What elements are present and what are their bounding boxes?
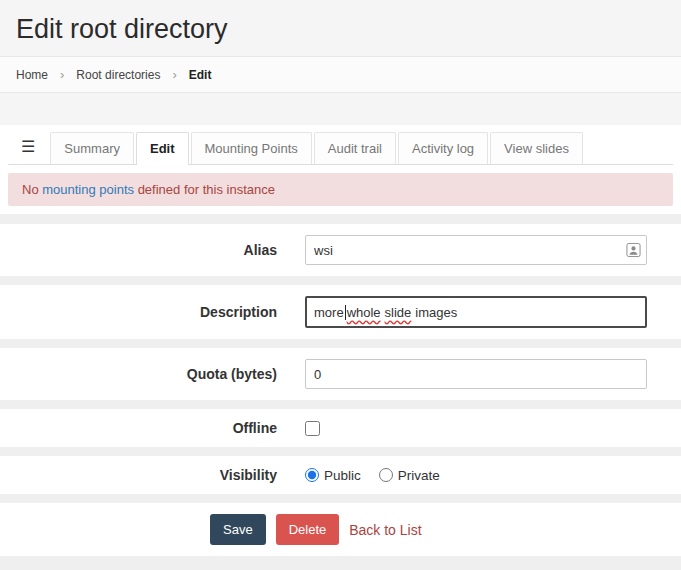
page-header: Edit root directory — [0, 0, 681, 56]
visibility-radio-group: Public Private — [305, 468, 440, 483]
visibility-option-private[interactable]: Private — [379, 468, 440, 483]
breadcrumb-edit: Edit — [189, 68, 212, 82]
save-button[interactable]: Save — [210, 514, 266, 545]
tab-edit[interactable]: Edit — [136, 132, 189, 165]
description-text: more — [314, 305, 344, 320]
breadcrumb: Home › Root directories › Edit — [0, 56, 681, 93]
main-content: ☰ Summary Edit Mounting Points Audit tra… — [0, 125, 681, 570]
alert-text-prefix: No — [22, 182, 42, 197]
visibility-row: Visibility Public Private — [0, 456, 681, 494]
private-radio[interactable] — [379, 468, 393, 482]
edit-form: Alias Description more whole slide — [0, 214, 681, 570]
alias-input[interactable] — [305, 235, 647, 265]
tab-summary[interactable]: Summary — [50, 132, 134, 164]
visibility-option-public[interactable]: Public — [305, 468, 361, 483]
delete-button[interactable]: Delete — [276, 514, 340, 545]
chevron-right-icon: › — [60, 67, 64, 82]
alert-text-suffix: defined for this instance — [134, 182, 275, 197]
spacer-band — [0, 93, 681, 125]
back-to-list-link[interactable]: Back to List — [349, 522, 421, 538]
breadcrumb-root-directories[interactable]: Root directories — [76, 68, 160, 82]
form-actions-row: Save Delete Back to List — [0, 503, 681, 556]
alias-row: Alias — [0, 224, 681, 276]
public-radio-label: Public — [324, 468, 361, 483]
text-caret — [345, 305, 346, 320]
menu-button[interactable]: ☰ — [8, 130, 48, 164]
mounting-points-link[interactable]: mounting points — [42, 182, 134, 197]
visibility-label: Visibility — [0, 467, 305, 483]
offline-label: Offline — [0, 420, 305, 436]
description-row: Description more whole slide images — [0, 285, 681, 339]
page-title: Edit root directory — [16, 14, 665, 45]
hamburger-icon: ☰ — [21, 138, 35, 155]
quota-label: Quota (bytes) — [0, 366, 305, 382]
quota-input[interactable] — [305, 359, 647, 389]
public-radio[interactable] — [305, 468, 319, 482]
warning-banner: No mounting points defined for this inst… — [8, 173, 673, 206]
tab-mounting-points[interactable]: Mounting Points — [191, 132, 312, 164]
description-misspelled-word: whole — [347, 305, 381, 320]
private-radio-label: Private — [398, 468, 440, 483]
tab-bar: ☰ Summary Edit Mounting Points Audit tra… — [8, 125, 673, 165]
quota-row: Quota (bytes) — [0, 348, 681, 400]
description-label: Description — [0, 304, 305, 320]
tab-activity-log[interactable]: Activity log — [398, 132, 488, 164]
description-text: images — [415, 305, 457, 320]
autofill-icon[interactable] — [626, 243, 641, 258]
breadcrumb-home[interactable]: Home — [16, 68, 48, 82]
description-misspelled-word: slide — [385, 305, 412, 320]
tab-view-slides[interactable]: View slides — [490, 132, 583, 164]
offline-row: Offline — [0, 409, 681, 447]
chevron-right-icon: › — [172, 67, 176, 82]
offline-checkbox[interactable] — [305, 421, 320, 436]
tab-audit-trail[interactable]: Audit trail — [314, 132, 396, 164]
alias-label: Alias — [0, 242, 305, 258]
description-input[interactable]: more whole slide images — [305, 296, 647, 328]
